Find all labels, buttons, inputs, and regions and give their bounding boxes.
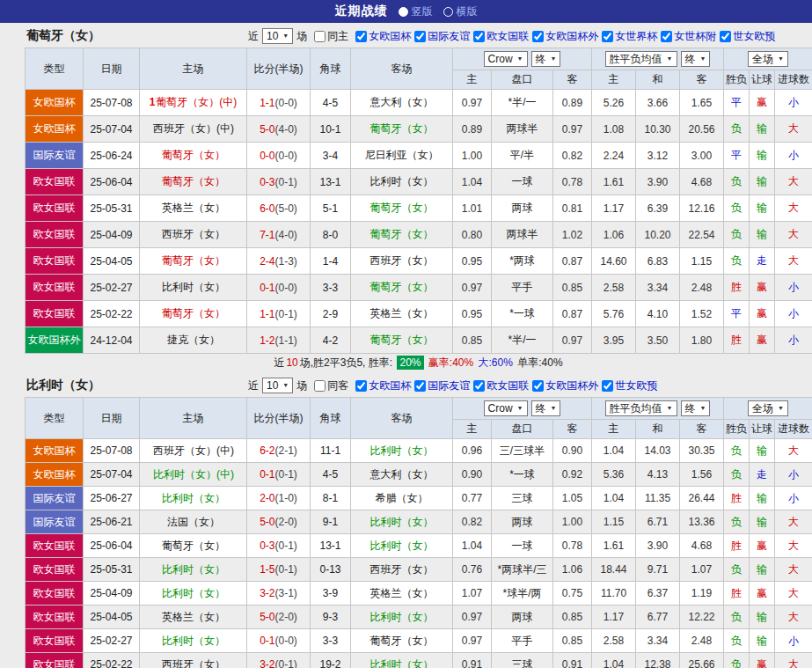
away-team[interactable]: 比利时（女） xyxy=(351,510,453,534)
match-score[interactable]: 6-0(5-0) xyxy=(247,195,311,222)
match-score[interactable]: 0-1(0-0) xyxy=(247,275,311,301)
competition-checkbox[interactable]: 女欧国杯外 xyxy=(532,378,598,393)
competition-checkbox[interactable]: 国际友谊 xyxy=(414,29,470,44)
odds-stage-select[interactable]: 终▼ xyxy=(531,400,561,416)
match-score[interactable]: 0-1(0-1) xyxy=(247,463,311,487)
match-score[interactable]: 3-2(0-1) xyxy=(247,653,311,668)
match-score[interactable]: 0-3(0-1) xyxy=(247,169,311,195)
home-team[interactable]: 捷克（女） xyxy=(140,327,247,354)
competition-input[interactable] xyxy=(602,380,613,392)
home-team[interactable]: 比利时（女） xyxy=(140,629,247,653)
home-team[interactable]: 西班牙（女）(中) xyxy=(140,116,247,143)
competition-checkbox[interactable]: 世女欧预 xyxy=(720,29,775,44)
match-score[interactable]: 3-2(3-1) xyxy=(247,582,311,606)
match-score[interactable]: 1-1(0-0) xyxy=(247,90,311,116)
scope-select[interactable]: 全场▼ xyxy=(748,400,788,416)
home-team[interactable]: 西班牙（女）(中) xyxy=(140,439,247,463)
competition-input[interactable] xyxy=(473,380,485,392)
layout-radio-vertical[interactable]: 竖版 xyxy=(399,4,433,19)
away-team[interactable]: 尼日利亚（女） xyxy=(351,143,453,169)
competition-checkbox[interactable]: 国际友谊 xyxy=(414,378,470,393)
away-team[interactable]: 意大利（女） xyxy=(351,463,453,487)
competition-checkbox[interactable]: 女欧国杯 xyxy=(355,29,411,44)
away-team[interactable]: 比利时（女） xyxy=(351,439,453,463)
home-team[interactable]: 比利时（女） xyxy=(140,582,247,606)
bookmaker-select[interactable]: Crow▼ xyxy=(484,400,528,416)
competition-input[interactable] xyxy=(473,31,485,42)
home-team[interactable]: 英格兰（女） xyxy=(140,606,247,629)
same-venue-checkbox[interactable]: 同客 xyxy=(314,378,348,393)
away-team[interactable]: 意大利（女） xyxy=(351,90,453,116)
competition-checkbox[interactable]: 女欧国杯 xyxy=(355,378,411,393)
away-team[interactable]: 葡萄牙（女） xyxy=(351,275,453,301)
layout-radio-horizontal[interactable]: 横版 xyxy=(443,4,478,19)
competition-input[interactable] xyxy=(532,31,544,42)
match-score[interactable]: 0-0(0-0) xyxy=(247,143,311,169)
away-team[interactable]: 比利时（女） xyxy=(351,606,453,629)
home-team[interactable]: 西班牙（女） xyxy=(140,222,247,248)
away-team[interactable]: 比利时（女） xyxy=(351,169,453,195)
away-team[interactable]: 葡萄牙（女） xyxy=(351,116,453,143)
home-team[interactable]: 葡萄牙（女） xyxy=(140,169,247,195)
competition-checkbox[interactable]: 女欧国杯外 xyxy=(532,29,598,44)
home-team[interactable]: 葡萄牙（女） xyxy=(140,248,247,275)
competition-checkbox[interactable]: 欧女国联 xyxy=(473,378,529,393)
competition-checkbox[interactable]: 世女欧预 xyxy=(602,378,657,393)
competition-input[interactable] xyxy=(414,380,426,392)
home-team[interactable]: 法国（女） xyxy=(140,510,247,534)
europe-odds-select[interactable]: 胜平负均值▼ xyxy=(605,400,677,416)
match-score[interactable]: 2-0(1-0) xyxy=(247,487,311,510)
home-team[interactable]: 比利时（女） xyxy=(140,275,247,301)
away-team[interactable]: 希腊（女） xyxy=(351,487,453,510)
competition-checkbox[interactable]: 欧女国联 xyxy=(473,29,529,44)
match-score[interactable]: 7-1(4-0) xyxy=(247,222,311,248)
match-score[interactable]: 5-0(4-0) xyxy=(247,116,311,143)
home-team[interactable]: 葡萄牙（女） xyxy=(140,143,247,169)
europe-stage-select[interactable]: 终▼ xyxy=(681,51,711,67)
home-team[interactable]: 比利时（女） xyxy=(140,558,247,582)
same-venue-input[interactable] xyxy=(314,380,326,392)
competition-input[interactable] xyxy=(532,380,544,392)
same-venue-checkbox[interactable]: 同主 xyxy=(314,29,348,44)
competition-checkbox[interactable]: 女世杯附 xyxy=(661,29,716,44)
competition-input[interactable] xyxy=(720,31,731,42)
away-team[interactable]: 西班牙（女） xyxy=(351,248,453,275)
odds-stage-select[interactable]: 终▼ xyxy=(531,51,561,67)
match-count-select[interactable]: 10▼ xyxy=(262,378,293,393)
home-team[interactable]: 西班牙（女） xyxy=(140,653,247,668)
match-score[interactable]: 6-2(2-1) xyxy=(247,439,311,463)
competition-input[interactable] xyxy=(661,31,672,42)
same-venue-input[interactable] xyxy=(314,31,326,42)
home-team[interactable]: 1葡萄牙（女）(中) xyxy=(140,90,247,116)
away-team[interactable]: 葡萄牙（女） xyxy=(351,629,453,653)
match-score[interactable]: 1-2(1-1) xyxy=(247,327,311,354)
match-score[interactable]: 1-5(0-1) xyxy=(247,558,311,582)
europe-stage-select[interactable]: 终▼ xyxy=(681,400,711,416)
competition-input[interactable] xyxy=(602,31,613,42)
away-team[interactable]: 比利时（女） xyxy=(351,653,453,668)
home-team[interactable]: 比利时（女）(中) xyxy=(140,463,247,487)
home-team[interactable]: 比利时（女） xyxy=(140,487,247,510)
away-team[interactable]: 英格兰（女） xyxy=(351,582,453,606)
match-count-select[interactable]: 10▼ xyxy=(262,28,293,44)
home-team[interactable]: 英格兰（女） xyxy=(140,195,247,222)
home-team[interactable]: 葡萄牙（女） xyxy=(140,301,247,327)
competition-input[interactable] xyxy=(414,31,426,42)
europe-odds-select[interactable]: 胜平负均值▼ xyxy=(605,51,677,67)
away-team[interactable]: 葡萄牙（女） xyxy=(351,222,453,248)
match-score[interactable]: 1-1(0-1) xyxy=(247,301,311,327)
bookmaker-select[interactable]: Crow▼ xyxy=(484,51,528,67)
home-team[interactable]: 葡萄牙（女） xyxy=(140,534,247,558)
scope-select[interactable]: 全场▼ xyxy=(748,51,788,67)
away-team[interactable]: 葡萄牙（女） xyxy=(351,195,453,222)
away-team[interactable]: 西班牙（女） xyxy=(351,558,453,582)
match-score[interactable]: 2-4(1-3) xyxy=(247,248,311,275)
competition-input[interactable] xyxy=(355,31,367,42)
match-score[interactable]: 0-1(0-0) xyxy=(247,629,311,653)
away-team[interactable]: 葡萄牙（女） xyxy=(351,327,453,354)
competition-input[interactable] xyxy=(355,380,367,392)
match-score[interactable]: 5-0(2-0) xyxy=(247,606,311,629)
match-score[interactable]: 0-3(0-1) xyxy=(247,534,311,558)
away-team[interactable]: 比利时（女） xyxy=(351,534,453,558)
competition-checkbox[interactable]: 女世界杯 xyxy=(602,29,657,44)
